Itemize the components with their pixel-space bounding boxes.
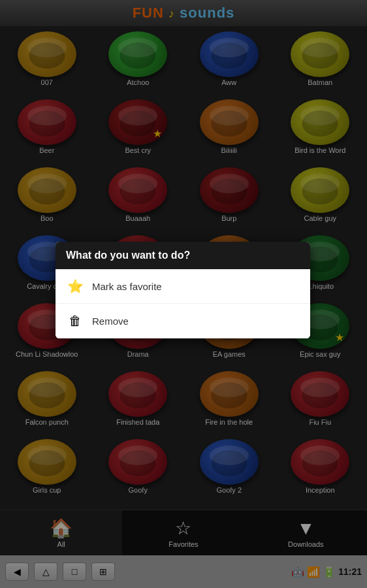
remove-label: Remove (92, 316, 129, 327)
trash-icon: 🗑 (66, 312, 84, 330)
context-menu: What do you want to do? ⭐ Mark as favori… (56, 242, 310, 338)
mark-favorite-label: Mark as favorite (92, 281, 162, 292)
modal-title: What do you want to do? (56, 242, 310, 269)
star-icon: ⭐ (66, 277, 84, 295)
remove-item[interactable]: 🗑 Remove (56, 304, 310, 338)
mark-favorite-item[interactable]: ⭐ Mark as favorite (56, 269, 310, 304)
modal-overlay[interactable]: What do you want to do? ⭐ Mark as favori… (0, 0, 367, 588)
